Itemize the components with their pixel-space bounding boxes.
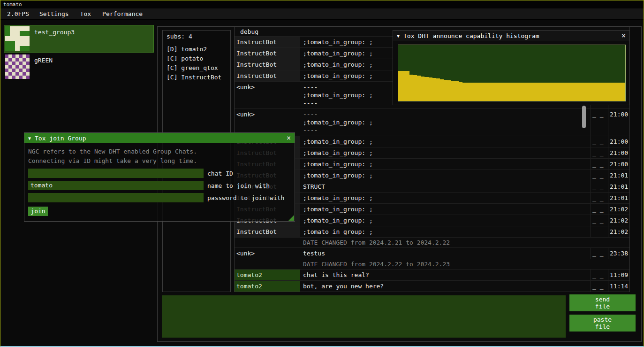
message-line: ----: [303, 126, 588, 134]
menu-tox[interactable]: Tox: [75, 9, 97, 19]
chat-message: chat is this real?: [300, 270, 591, 280]
chat-row[interactable]: tomato2bot, are you new here?_ _11:14: [235, 280, 629, 292]
avatar-pixel: [5, 46, 10, 51]
histogram-bar: [466, 83, 470, 101]
avatar-pixel: [23, 65, 26, 68]
message-status-flags: _ _: [591, 159, 608, 170]
avatar-pixel: [19, 76, 23, 79]
message-line: STRUCT: [303, 183, 588, 191]
avatar-pixel: [10, 31, 15, 36]
join-field-input[interactable]: [28, 169, 204, 178]
sub-item[interactable]: [C] green_qtox: [167, 63, 227, 73]
chat-row[interactable]: InstructBot;tomato_in_group: ;_ _21:02: [235, 226, 629, 237]
histogram-bar: [406, 71, 409, 101]
histogram-bar: [413, 75, 417, 101]
date-name-spacer: [235, 259, 300, 269]
window-title: tomato: [3, 1, 22, 8]
subs-list: [D] tomato2[C] potato[C] green_qtox[C] I…: [167, 45, 227, 82]
avatar-pixel: [26, 65, 30, 68]
sub-item[interactable]: [D] tomato2: [167, 45, 227, 54]
chat-row[interactable]: tomato2chat is this real?_ _11:09: [235, 269, 629, 280]
avatar-pixel: [19, 69, 23, 72]
sub-item[interactable]: [C] potato: [167, 54, 227, 63]
message-line: ;tomato_in_group: ;: [303, 216, 588, 224]
group-row[interactable]: gREEN: [4, 54, 153, 80]
chat-sender-name: InstructBot: [235, 226, 300, 237]
join-group-titlebar[interactable]: ▼ Tox join Group ×: [24, 133, 295, 143]
histogram-bar: [599, 83, 602, 101]
avatar-pixel: [5, 76, 8, 79]
close-icon[interactable]: ×: [621, 31, 626, 40]
histogram-bar: [504, 83, 508, 101]
join-button[interactable]: join: [28, 207, 48, 216]
chat-message: ;tomato_in_group: ;: [300, 147, 591, 158]
histogram-bar: [459, 82, 462, 101]
paste-file-button[interactable]: paste file: [569, 315, 636, 332]
message-line: ;tomato_in_group: ;: [303, 205, 588, 213]
histogram-bar: [557, 83, 561, 101]
message-time: 21:02: [608, 226, 629, 237]
histogram-bar: [565, 83, 568, 101]
group-row[interactable]: test_group3: [4, 25, 153, 52]
avatar-pixel: [8, 76, 12, 79]
message-status-flags: _ _: [591, 248, 608, 259]
avatar-pixel: [25, 31, 30, 36]
dht-histogram-titlebar[interactable]: ▼ Tox DHT announce capability histogram …: [393, 31, 629, 41]
chat-sender-name: tomato2: [235, 281, 300, 292]
avatar-pixel: [15, 41, 20, 46]
join-field-input[interactable]: [28, 193, 204, 202]
histogram-bar: [500, 83, 504, 101]
collapse-arrow-icon[interactable]: ▼: [397, 33, 400, 39]
group-avatar: [5, 54, 30, 79]
message-status-flags: _ _: [591, 109, 608, 136]
avatar-pixel: [19, 65, 23, 68]
histogram-plot[interactable]: [398, 45, 626, 101]
histogram-bar: [402, 71, 406, 101]
avatar-pixel: [15, 72, 19, 75]
message-status-flags: _ _: [591, 226, 608, 237]
chat-row[interactable]: <unk>----;tomato_in_group: ;----_ _21:00: [235, 108, 629, 136]
message-line: ;tomato_in_group: ;: [303, 118, 588, 126]
date-changed-text: DATE CHANGED from 2024.2.21 to 2024.2.22: [300, 238, 629, 247]
avatar-pixel: [15, 26, 20, 31]
chat-scrollbar[interactable]: [582, 106, 586, 128]
histogram-bar: [580, 83, 583, 101]
histogram-bar: [512, 83, 515, 101]
avatar-pixel: [23, 62, 26, 65]
avatar-pixel: [15, 58, 19, 61]
histogram-bar: [462, 83, 466, 101]
message-line: ;tomato_in_group: ;: [303, 194, 588, 202]
menu-settings[interactable]: Settings: [34, 9, 75, 19]
chat-row[interactable]: <unk>testus_ _23:38: [235, 247, 629, 259]
send-file-button[interactable]: send file: [569, 294, 636, 311]
histogram-bar: [542, 83, 546, 101]
message-input[interactable]: [162, 295, 566, 338]
menu-bar: 2.0FPS SettingsToxPerformance: [0, 8, 644, 20]
close-icon[interactable]: ×: [287, 134, 291, 142]
histogram-bar: [440, 79, 444, 101]
histogram-bar: [550, 83, 553, 101]
join-group-desc-line2: Connecting via ID might take a very long…: [28, 156, 291, 166]
avatar-pixel: [5, 36, 10, 41]
avatar-pixel: [19, 62, 23, 65]
chat-sender-name: InstructBot: [235, 70, 300, 81]
avatar-pixel: [12, 76, 15, 79]
title-bar[interactable]: tomato: [0, 0, 644, 8]
avatar-pixel: [20, 41, 24, 46]
resize-grip[interactable]: [288, 215, 294, 221]
subs-title: subs: 4: [167, 33, 227, 40]
avatar-pixel: [15, 36, 20, 41]
chat-message: ;tomato_in_group: ;: [300, 193, 591, 203]
histogram-bar: [493, 83, 497, 101]
sub-item[interactable]: [C] InstructBot: [167, 73, 227, 82]
message-status-flags: _ _: [591, 181, 608, 192]
avatar-pixel: [26, 69, 30, 72]
menu-performance[interactable]: Performance: [97, 9, 148, 19]
join-field-input[interactable]: tomato: [28, 181, 204, 190]
histogram-bar: [429, 77, 432, 101]
chat-sender-name: <unk>: [235, 248, 300, 259]
message-status-flags: _ _: [591, 215, 608, 226]
collapse-arrow-icon[interactable]: ▼: [28, 136, 31, 141]
avatar-pixel: [25, 36, 30, 41]
group-name: gREEN: [34, 54, 53, 64]
